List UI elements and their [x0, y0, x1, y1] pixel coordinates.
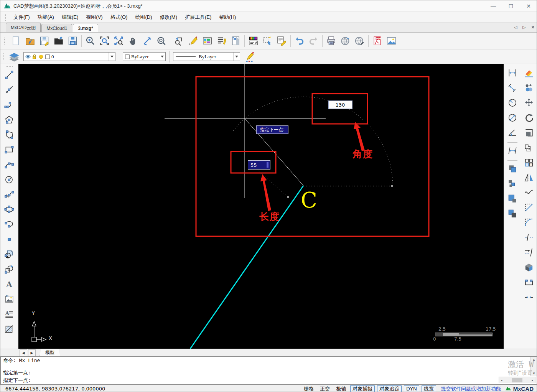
- color-dropdown-caret-icon[interactable]: [159, 53, 165, 61]
- drawing-canvas[interactable]: 指定下一点: 130 55 角度 长度 C Y X 2.5 17.5 0 7.5: [18, 64, 504, 349]
- zoom-extents-button[interactable]: [112, 34, 126, 48]
- move-button[interactable]: [522, 96, 535, 109]
- mode-polar[interactable]: 极轴: [336, 385, 346, 392]
- redo-button[interactable]: [306, 34, 321, 48]
- explode-button[interactable]: [522, 261, 535, 274]
- tab-scroll-right-button[interactable]: ▷: [520, 24, 528, 31]
- block-insert-button[interactable]: [3, 248, 16, 261]
- zoom-previous-button[interactable]: [172, 34, 186, 48]
- close-button[interactable]: ✕: [520, 0, 537, 12]
- undo-button[interactable]: [292, 34, 306, 48]
- make-block-button[interactable]: [3, 263, 16, 276]
- break-button[interactable]: [522, 276, 535, 289]
- dim-angular-button[interactable]: [506, 126, 519, 139]
- command-window[interactable]: 命令: Mx_Line指定第一点: ▲ ▼ 指定下一点: ◂▸ 激活 W 转到“…: [0, 356, 537, 385]
- text-button[interactable]: A: [3, 278, 16, 291]
- model-tab[interactable]: 模型: [40, 349, 60, 357]
- scroll-thumb[interactable]: [512, 378, 522, 382]
- draw-pencil-button[interactable]: [186, 34, 200, 48]
- zoom-window-button[interactable]: [97, 34, 112, 48]
- tab-close-button[interactable]: ✕: [529, 24, 537, 31]
- chamfer-button[interactable]: [522, 201, 535, 214]
- palette-button[interactable]: [200, 34, 214, 48]
- match-brush-button[interactable]: [275, 34, 289, 48]
- spline-edit-button[interactable]: [522, 186, 535, 199]
- ellipse-button[interactable]: [3, 203, 16, 216]
- arc-continue-button[interactable]: [3, 98, 16, 111]
- menu-file[interactable]: 文件(F): [10, 13, 34, 21]
- minimize-button[interactable]: —: [484, 0, 502, 12]
- mtext-button[interactable]: A: [3, 308, 16, 321]
- open-folder-button[interactable]: [51, 34, 66, 48]
- layer-lock-icon[interactable]: [32, 54, 37, 59]
- tab-mxcad-cloud[interactable]: MxCAD云图: [6, 23, 41, 32]
- zoom-center-button[interactable]: [154, 34, 168, 48]
- select-rect-button[interactable]: [260, 34, 275, 48]
- layers-icon[interactable]: [8, 51, 20, 63]
- zoom-in-button[interactable]: [83, 34, 97, 48]
- rotate-button[interactable]: [522, 111, 535, 124]
- spline-button[interactable]: [3, 188, 16, 201]
- copy-base-button[interactable]: [506, 177, 519, 190]
- copy-clip-button[interactable]: [506, 162, 519, 175]
- rectangle-button[interactable]: [3, 143, 16, 156]
- dyn-length-input[interactable]: 55: [248, 160, 270, 170]
- mode-ortho[interactable]: 正交: [320, 385, 330, 392]
- open-project-button[interactable]: [23, 34, 37, 48]
- menu-modify[interactable]: 修改(M): [156, 13, 181, 21]
- save-as-button[interactable]: [66, 34, 80, 48]
- erase-button[interactable]: [522, 66, 535, 79]
- dyn-angle-input[interactable]: 130: [328, 100, 353, 109]
- tab-scroll-left-button[interactable]: ◁: [511, 24, 520, 31]
- layer-color-swatch[interactable]: [45, 54, 50, 59]
- page-setup-button[interactable]: [229, 34, 243, 48]
- web-publish-button[interactable]: [353, 34, 367, 48]
- command-hscrollbar[interactable]: ◂▸: [499, 377, 535, 383]
- pan-button[interactable]: [126, 34, 140, 48]
- hatch-button[interactable]: [3, 323, 16, 336]
- line-button[interactable]: [3, 68, 16, 81]
- point-button[interactable]: [3, 233, 16, 246]
- linetype-dropdown-caret-icon[interactable]: [233, 53, 240, 61]
- image-insert-button[interactable]: [3, 293, 16, 306]
- construction-line-button[interactable]: [3, 83, 16, 96]
- pdf-export-button[interactable]: PDF: [370, 34, 384, 48]
- stretch-button[interactable]: [522, 126, 535, 139]
- web-globe-button[interactable]: [338, 34, 353, 48]
- circle-button[interactable]: [3, 173, 16, 186]
- menu-view[interactable]: 视图(V): [82, 13, 106, 21]
- mirror-button[interactable]: [522, 171, 535, 184]
- mode-grid[interactable]: 栅格: [304, 385, 314, 392]
- layout-next-button[interactable]: ▶: [28, 349, 36, 356]
- command-input-row[interactable]: 指定下一点:: [1, 376, 537, 385]
- scroll-right-icon[interactable]: ▸: [532, 378, 534, 382]
- dim-edit-button[interactable]: [506, 144, 519, 157]
- feedback-link[interactable]: 提交软件问题或增加新功能: [441, 385, 501, 392]
- image-export-button[interactable]: [384, 34, 399, 48]
- fillet-button[interactable]: [522, 216, 535, 229]
- toggle-lineweight[interactable]: 线宽: [422, 385, 436, 392]
- menu-help[interactable]: 帮助(H): [215, 13, 240, 21]
- layout-prev-button[interactable]: ◀: [20, 349, 27, 356]
- dim-linear-button[interactable]: [506, 66, 519, 79]
- linetype-select[interactable]: ByLayer: [173, 52, 240, 61]
- tab-3mxg[interactable]: 3.mxg*: [73, 24, 98, 32]
- scroll-left-icon[interactable]: ◂: [501, 378, 502, 382]
- scroll-up-icon[interactable]: ▲: [531, 357, 537, 362]
- menu-express-tools[interactable]: 扩展工具(E): [181, 13, 215, 21]
- polyline-button[interactable]: [3, 128, 16, 141]
- paste-block-button[interactable]: [506, 207, 519, 220]
- dim-diameter-button[interactable]: [506, 111, 519, 124]
- print-button[interactable]: [324, 34, 338, 48]
- paste-clip-button[interactable]: [506, 192, 519, 205]
- new-file-button[interactable]: [9, 34, 23, 48]
- toggle-otrack[interactable]: 对象追踪: [377, 385, 402, 392]
- save-button[interactable]: [37, 34, 51, 48]
- trim-button[interactable]: [522, 231, 535, 244]
- ellipse-arc-button[interactable]: [3, 218, 16, 231]
- color-select[interactable]: ByLayer: [123, 52, 166, 61]
- toggle-osnap[interactable]: 对象捕捉: [350, 385, 375, 392]
- offset-button[interactable]: [522, 141, 535, 154]
- linewidth-pencil-icon[interactable]: [245, 51, 255, 63]
- dim-radius-button[interactable]: [506, 96, 519, 109]
